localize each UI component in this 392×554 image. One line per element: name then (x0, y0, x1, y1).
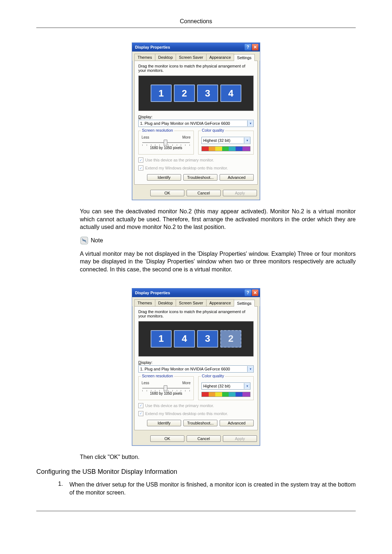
monitor-arrangement[interactable]: 1 2 3 4 (138, 75, 254, 111)
list-text: When the driver setup for the USB monito… (69, 481, 356, 496)
color-title: Color quality (201, 128, 225, 132)
advanced-button[interactable]: Advanced (220, 174, 254, 181)
checkbox-icon: ✓ (138, 157, 143, 163)
tab-screensaver[interactable]: Screen Saver (176, 299, 207, 306)
tab-screensaver[interactable]: Screen Saver (176, 54, 207, 61)
drag-hint: Drag the monitor icons to match the phys… (138, 64, 254, 73)
color-preview-bar (201, 146, 250, 151)
dialog-titlebar: Display Properties ? ✕ (132, 43, 260, 52)
monitor-icon[interactable]: 4 (220, 85, 241, 102)
slider-less-label: Less (142, 135, 149, 139)
checkbox-icon: ✓ (138, 403, 143, 408)
color-title: Color quality (201, 374, 225, 378)
monitor-icon[interactable]: 2 (220, 330, 241, 348)
tab-strip: Themes Desktop Screen Saver Appearance S… (132, 52, 260, 61)
monitor-icon[interactable]: 4 (174, 330, 195, 348)
tab-body: Drag the monitor icons to match the phys… (134, 306, 258, 430)
dialog-titlebar: Display Properties ? ✕ (132, 288, 260, 297)
identify-button[interactable]: Identify (147, 420, 181, 426)
list-number: 1. (58, 481, 63, 496)
display-properties-dialog-2: Display Properties ? ✕ Themes Desktop Sc… (132, 288, 260, 446)
display-select-value: 1. Plug and Play Monitor on NVIDIA GeFor… (140, 367, 230, 371)
screen-resolution-group: Screen resolution Less More 1680 by 1050… (138, 131, 194, 155)
extend-desktop-label: Extend my Windows desktop onto this moni… (145, 411, 228, 416)
resolution-slider[interactable] (142, 141, 190, 144)
primary-monitor-checkbox: ✓ Use this device as the primary monitor… (138, 403, 254, 408)
tab-strip: Themes Desktop Screen Saver Appearance S… (132, 297, 260, 306)
monitor-icon[interactable]: 1 (151, 330, 172, 348)
footer-rule (36, 511, 356, 511)
color-quality-group: Color quality Highest (32 bit) ▾ (198, 376, 254, 400)
body-paragraph-3: Then click "OK" button. (80, 453, 356, 461)
display-properties-dialog-1: Display Properties ? ✕ Themes Desktop Sc… (132, 42, 260, 200)
monitor-arrangement[interactable]: 1 4 3 2 (138, 321, 254, 357)
tab-themes[interactable]: Themes (134, 54, 155, 61)
display-label: Display: (138, 360, 254, 365)
monitor-icon[interactable]: 3 (197, 85, 218, 102)
help-icon[interactable]: ? (245, 290, 251, 296)
list-item: 1. When the driver setup for the USB mon… (58, 481, 356, 496)
note-label: Note (91, 237, 103, 244)
primary-monitor-label: Use this device as the primary monitor. (145, 158, 214, 162)
drag-hint: Drag the monitor icons to match the phys… (138, 309, 254, 318)
extend-desktop-checkbox: ✓ Extend my Windows desktop onto this mo… (138, 411, 254, 416)
screen-res-title: Screen resolution (141, 374, 174, 378)
section-heading: Configuring the USB Monitor Display Info… (36, 468, 356, 476)
screen-resolution-group: Screen resolution Less More 1680 by 1050… (138, 376, 194, 400)
resolution-value: 1680 by 1050 pixels (142, 146, 191, 150)
tab-settings[interactable]: Settings (234, 54, 255, 61)
help-icon[interactable]: ? (245, 44, 251, 50)
color-select-value: Highest (32 bit) (203, 384, 230, 388)
tab-desktop[interactable]: Desktop (155, 299, 176, 306)
resolution-value: 1680 by 1050 pixels (142, 391, 191, 395)
ok-button[interactable]: OK (150, 435, 184, 442)
tab-body: Drag the monitor icons to match the phys… (134, 61, 258, 185)
color-select[interactable]: Highest (32 bit) ▾ (201, 137, 250, 144)
checkbox-icon: ✓ (138, 165, 143, 171)
note-row: Note (80, 236, 356, 245)
primary-monitor-label: Use this device as the primary monitor. (145, 403, 214, 408)
close-icon[interactable]: ✕ (252, 290, 258, 296)
tab-themes[interactable]: Themes (134, 299, 155, 306)
tab-settings[interactable]: Settings (234, 300, 255, 307)
tab-appearance[interactable]: Appearance (206, 299, 234, 306)
color-quality-group: Color quality Highest (32 bit) ▾ (198, 131, 254, 155)
apply-button[interactable]: Apply (223, 190, 257, 196)
slider-less-label: Less (142, 381, 149, 385)
troubleshoot-button[interactable]: Troubleshoot... (183, 420, 217, 426)
troubleshoot-button[interactable]: Troubleshoot... (183, 174, 217, 181)
page-header: Connections (36, 18, 356, 25)
tab-desktop[interactable]: Desktop (155, 54, 176, 61)
display-select[interactable]: 1. Plug and Play Monitor on NVIDIA GeFor… (138, 120, 254, 127)
display-select[interactable]: 1. Plug and Play Monitor on NVIDIA GeFor… (138, 365, 254, 373)
cancel-button[interactable]: Cancel (187, 435, 221, 442)
screen-res-title: Screen resolution (141, 128, 174, 132)
monitor-icon[interactable]: 3 (197, 330, 218, 348)
body-paragraph-1: You can see the deactivated monitor No.2… (80, 208, 356, 231)
monitor-icon[interactable]: 2 (174, 85, 195, 102)
cancel-button[interactable]: Cancel (187, 190, 221, 196)
display-label: Display: (138, 115, 254, 119)
chevron-down-icon: ▾ (247, 366, 253, 372)
svg-point-1 (83, 240, 85, 241)
color-preview-bar (201, 392, 250, 397)
apply-button[interactable]: Apply (223, 435, 257, 442)
ok-button[interactable]: OK (150, 190, 184, 196)
monitor-icon[interactable]: 1 (151, 85, 172, 102)
resolution-slider[interactable] (142, 386, 190, 390)
slider-more-label: More (182, 135, 191, 139)
chevron-down-icon: ▾ (244, 383, 250, 389)
dialog-title: Display Properties (135, 291, 170, 295)
tab-appearance[interactable]: Appearance (206, 54, 234, 61)
display-select-value: 1. Plug and Play Monitor on NVIDIA GeFor… (140, 121, 230, 126)
note-icon (80, 236, 89, 245)
extend-desktop-label: Extend my Windows desktop onto this moni… (145, 166, 228, 170)
close-icon[interactable]: ✕ (252, 44, 258, 50)
identify-button[interactable]: Identify (147, 174, 181, 181)
slider-more-label: More (182, 381, 191, 385)
color-select[interactable]: Highest (32 bit) ▾ (201, 382, 250, 390)
advanced-button[interactable]: Advanced (220, 420, 254, 426)
checkbox-icon: ✓ (138, 411, 143, 416)
dialog-title: Display Properties (135, 45, 170, 49)
body-paragraph-2: A virtual monitor may be not displayed i… (80, 250, 356, 274)
